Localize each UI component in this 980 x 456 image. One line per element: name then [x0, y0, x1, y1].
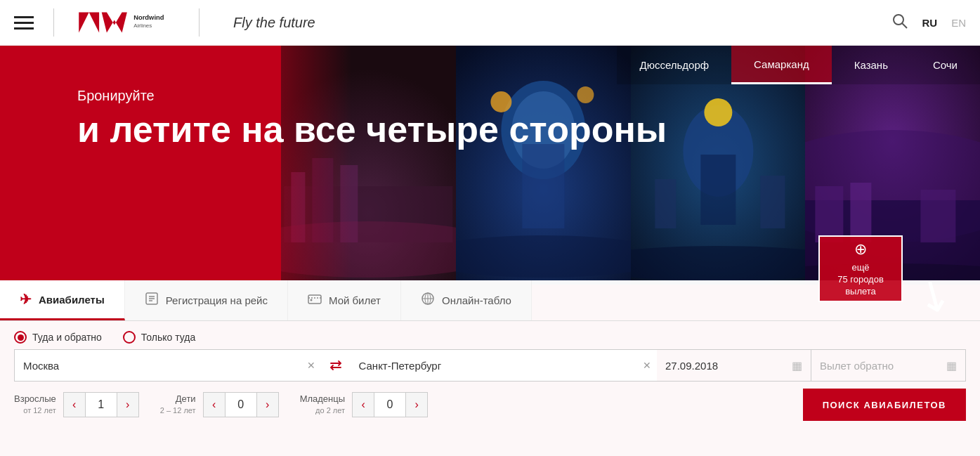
- svg-rect-15: [522, 144, 564, 228]
- tab-myticket-label: Мой билет: [329, 294, 381, 306]
- roundtrip-option[interactable]: Туда и обратно: [14, 331, 102, 344]
- infants-value: 0: [374, 392, 405, 417]
- children-increase-button[interactable]: ›: [256, 392, 279, 417]
- header-divider: [53, 8, 54, 37]
- tab-departures-label: Онлайн-табло: [442, 294, 511, 306]
- adults-label: Взрослые от 12 лет: [14, 393, 56, 415]
- children-label: Дети 2 – 12 лет: [160, 393, 196, 415]
- myticket-icon: [308, 292, 322, 309]
- svg-point-4: [894, 15, 903, 25]
- swap-button[interactable]: [321, 349, 351, 382]
- search-button[interactable]: [892, 13, 908, 32]
- radio-row: Туда и обратно Только туда: [0, 321, 980, 349]
- svg-marker-1: [102, 13, 127, 33]
- oneway-radio[interactable]: [123, 331, 136, 344]
- destination-wrap: ✕: [351, 349, 658, 382]
- svg-point-25: [631, 246, 806, 281]
- date-to-placeholder: Вылет обратно: [820, 360, 894, 372]
- calendar-to-icon: ▦: [946, 359, 957, 372]
- search-tickets-button[interactable]: ПОИСК АВИАБИЛЕТОВ: [803, 389, 966, 421]
- hero-subtitle: Бронируйте: [77, 88, 667, 104]
- svg-point-18: [456, 235, 631, 278]
- adults-group: Взрослые от 12 лет ‹ 1 ›: [14, 392, 139, 417]
- destination-clear-button[interactable]: ✕: [643, 360, 651, 371]
- dest-tab-sochi[interactable]: Сочи: [910, 46, 980, 84]
- tab-checkin[interactable]: Регистрация на рейс: [125, 280, 288, 320]
- tab-tickets-label: Авиабилеты: [39, 294, 105, 306]
- children-value: 0: [226, 392, 256, 417]
- date-from-value: 27.09.2018: [665, 360, 718, 372]
- roundtrip-radio[interactable]: [14, 331, 27, 344]
- children-decrease-button[interactable]: ‹: [203, 392, 226, 417]
- destination-tabs: Дюссельдорф Самарканд Казань Сочи: [617, 46, 980, 84]
- svg-line-5: [902, 23, 907, 28]
- lang-en-button[interactable]: EN: [951, 17, 966, 29]
- tagline-divider: [199, 8, 200, 37]
- svg-point-39: [310, 299, 312, 301]
- hero-section: Дюссельдорф Самарканд Казань Сочи Бронир…: [0, 46, 980, 456]
- destination-input[interactable]: [351, 349, 658, 382]
- svg-rect-30: [851, 183, 872, 242]
- hero-title: и летите на все четыре стороны: [77, 110, 667, 150]
- logo-area: Nordwind Airlines: [74, 8, 165, 37]
- input-row: ✕ ✕ 27.09.2018 ▦ Вылет обратно ▦: [0, 349, 980, 382]
- svg-rect-24: [760, 176, 785, 228]
- adults-value: 1: [86, 392, 117, 417]
- tab-checkin-label: Регистрация на рейс: [166, 294, 268, 306]
- lang-ru-button[interactable]: RU: [922, 17, 937, 29]
- logo-svg: Nordwind Airlines: [74, 8, 165, 37]
- svg-marker-0: [79, 13, 99, 33]
- search-icon: [892, 13, 908, 29]
- infants-label: Младенцы до 2 лет: [300, 393, 345, 415]
- svg-rect-37: [308, 295, 321, 304]
- adults-decrease-button[interactable]: ‹: [63, 392, 86, 417]
- svg-rect-29: [816, 186, 844, 242]
- infants-decrease-button[interactable]: ‹: [352, 392, 374, 417]
- header-tagline: Fly the future: [233, 15, 315, 31]
- oneway-option[interactable]: Только туда: [123, 331, 195, 344]
- tab-tickets[interactable]: ✈ Авиабилеты: [0, 280, 125, 320]
- calendar-from-icon: ▦: [792, 359, 802, 372]
- more-cities-label: ещё 75 городов вылета: [837, 262, 884, 298]
- svg-rect-23: [655, 179, 676, 228]
- search-panel: ✈ Авиабилеты Регистрация на рейс Мой бил…: [0, 280, 980, 456]
- oneway-label: Только туда: [141, 332, 195, 343]
- date-from-field[interactable]: 27.09.2018 ▦: [657, 349, 811, 382]
- checkin-icon: [145, 292, 159, 309]
- tab-myticket[interactable]: Мой билет: [288, 280, 401, 320]
- svg-point-21: [704, 98, 732, 126]
- menu-icon[interactable]: [14, 16, 34, 30]
- svg-text:Nordwind: Nordwind: [133, 14, 164, 21]
- hero-text: Бронируйте и летите на все четыре сторон…: [77, 88, 667, 150]
- roundtrip-label: Туда и обратно: [32, 332, 102, 343]
- header-right: RU EN: [892, 13, 966, 32]
- departures-icon: [421, 292, 435, 309]
- dest-tab-dusseldorf[interactable]: Дюссельдорф: [617, 46, 731, 84]
- more-cities-plus-icon: ⊕: [854, 240, 867, 260]
- header-left: Nordwind Airlines Fly the future: [14, 8, 315, 37]
- adults-increase-button[interactable]: ›: [117, 392, 139, 417]
- svg-text:Airlines: Airlines: [133, 22, 152, 29]
- origin-input[interactable]: [14, 349, 321, 382]
- infants-group: Младенцы до 2 лет ‹ 0 ›: [300, 392, 428, 417]
- tickets-icon: ✈: [20, 291, 32, 308]
- children-group: Дети 2 – 12 лет ‹ 0 ›: [160, 392, 279, 417]
- hero-overlay: [0, 46, 351, 285]
- svg-rect-22: [700, 155, 736, 225]
- infants-increase-button[interactable]: ›: [405, 392, 428, 417]
- swap-icon: [329, 358, 343, 372]
- svg-rect-31: [921, 190, 956, 242]
- dest-tab-samarkand[interactable]: Самарканд: [731, 46, 832, 84]
- more-cities-button[interactable]: ⊕ ещё 75 городов вылета: [818, 235, 903, 302]
- passenger-row: Взрослые от 12 лет ‹ 1 › Дети 2 – 12 лет…: [0, 389, 980, 421]
- city-photo-samarkand: [456, 46, 631, 285]
- origin-wrap: ✕: [14, 349, 321, 382]
- header: Nordwind Airlines Fly the future RU EN: [0, 0, 980, 46]
- dest-tab-kazan[interactable]: Казань: [832, 46, 910, 84]
- origin-clear-button[interactable]: ✕: [307, 360, 315, 371]
- date-to-field[interactable]: Вылет обратно ▦: [811, 349, 966, 382]
- tab-departures[interactable]: Онлайн-табло: [401, 280, 532, 320]
